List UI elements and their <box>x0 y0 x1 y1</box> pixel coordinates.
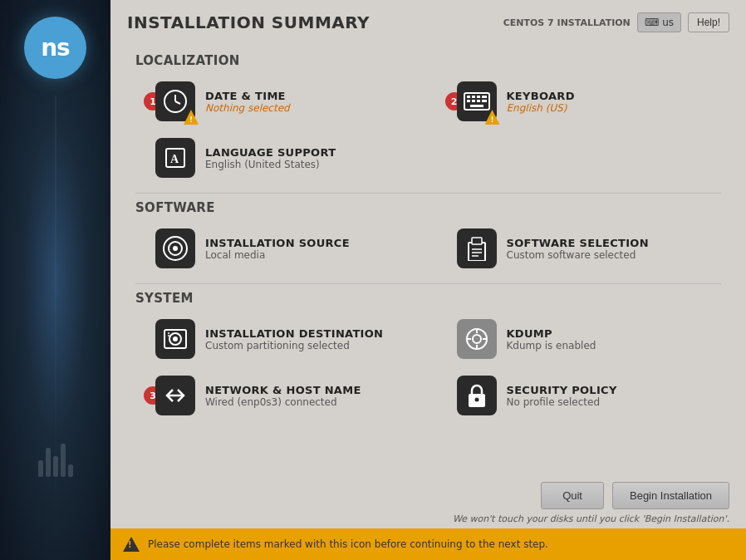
keyboard-icon: ⌨ <box>645 17 659 28</box>
header: INSTALLATION SUMMARY CENTOS 7 INSTALLATI… <box>110 0 746 41</box>
installation-source-icon <box>155 228 195 268</box>
date-time-item[interactable]: 1 DATE & TIME Nothin <box>135 75 420 128</box>
centos-label: CENTOS 7 INSTALLATION <box>503 17 631 28</box>
installation-source-text: INSTALLATION SOURCE Local media <box>205 237 412 261</box>
localization-divider <box>135 193 721 194</box>
sidebar-decoration <box>55 96 56 560</box>
keyboard-status: English (US) <box>507 102 714 114</box>
svg-point-29 <box>473 335 481 343</box>
warning-bar-text: Please complete items marked with this i… <box>148 538 548 550</box>
footer: Quit Begin Installation We won't touch y… <box>110 474 746 528</box>
footer-note: We won't touch your disks until you clic… <box>127 513 729 528</box>
svg-rect-11 <box>482 100 487 102</box>
network-hostname-item[interactable]: 3 NETWORK & HOST NAME Wired (enp0 <box>135 369 420 422</box>
keyboard-item[interactable]: 2 <box>437 75 722 128</box>
network-icon-wrap <box>155 376 195 415</box>
security-text: SECURITY POLICY No profile selected <box>507 384 714 408</box>
date-time-status: Nothing selected <box>205 102 412 114</box>
software-selection-status: Custom software selected <box>507 249 714 261</box>
software-selection-item[interactable]: SOFTWARE SELECTION Custom software selec… <box>437 222 722 275</box>
software-selection-icon-wrap <box>457 228 497 268</box>
installation-destination-icon-wrap <box>155 319 195 359</box>
installation-destination-icon <box>155 319 195 359</box>
software-selection-text: SOFTWARE SELECTION Custom software selec… <box>507 237 714 261</box>
installation-source-icon-wrap <box>155 228 195 268</box>
svg-rect-12 <box>470 105 483 107</box>
network-text: NETWORK & HOST NAME Wired (enp0s3) conne… <box>205 384 412 408</box>
kdump-text: KDUMP Kdump is enabled <box>507 327 714 351</box>
kdump-item[interactable]: KDUMP Kdump is enabled <box>437 312 722 366</box>
language-status: English (United States) <box>205 159 412 170</box>
installation-destination-label: INSTALLATION DESTINATION <box>205 327 412 340</box>
header-right: CENTOS 7 INSTALLATION ⌨ us Help! <box>503 12 729 32</box>
network-icon <box>155 376 195 415</box>
svg-rect-10 <box>477 100 480 102</box>
date-time-label: DATE & TIME <box>205 90 412 102</box>
installation-destination-status: Custom partitioning selected <box>205 340 412 351</box>
main-content: INSTALLATION SUMMARY CENTOS 7 INSTALLATI… <box>110 0 746 560</box>
svg-rect-5 <box>472 96 475 98</box>
svg-text:A: A <box>170 153 179 165</box>
language-label: LANGUAGE SUPPORT <box>205 146 412 159</box>
kdump-icon <box>457 319 497 359</box>
date-time-text: DATE & TIME Nothing selected <box>205 90 412 114</box>
language-icon-wrap: A <box>155 138 195 178</box>
quit-button[interactable]: Quit <box>541 482 604 509</box>
localization-items: 1 DATE & TIME Nothin <box>135 75 721 184</box>
language-text: LANGUAGE SUPPORT English (United States) <box>205 146 412 170</box>
svg-rect-6 <box>477 96 480 98</box>
kdump-icon-wrap <box>457 319 497 359</box>
svg-rect-18 <box>469 243 485 261</box>
svg-line-2 <box>175 101 180 104</box>
svg-rect-19 <box>472 238 482 244</box>
software-section-header: SOFTWARE <box>135 200 721 215</box>
footer-buttons: Quit Begin Installation <box>127 474 729 513</box>
security-policy-item[interactable]: SECURITY POLICY No profile selected <box>437 369 722 422</box>
localization-section-header: LOCALIZATION <box>135 53 721 68</box>
installation-source-item[interactable]: INSTALLATION SOURCE Local media <box>135 222 420 275</box>
svg-rect-9 <box>472 100 475 102</box>
language-icon: A <box>155 138 195 178</box>
installation-source-label: INSTALLATION SOURCE <box>205 237 412 249</box>
security-status: No profile selected <box>507 396 714 408</box>
svg-point-36 <box>474 398 479 402</box>
network-status: Wired (enp0s3) connected <box>205 396 412 408</box>
security-label: SECURITY POLICY <box>507 384 714 396</box>
installation-destination-text: INSTALLATION DESTINATION Custom partitio… <box>205 327 412 351</box>
svg-rect-7 <box>482 96 487 98</box>
keyboard-icon-wrap <box>457 81 497 121</box>
begin-installation-button[interactable]: Begin Installation <box>612 482 729 509</box>
sidebar-bars <box>38 444 73 477</box>
keyboard-text: KEYBOARD English (US) <box>507 90 714 114</box>
security-icon-wrap <box>457 376 497 415</box>
keyboard-layout-button[interactable]: ⌨ us <box>637 12 681 32</box>
system-section-header: SYSTEM <box>135 291 721 306</box>
software-divider <box>135 283 721 284</box>
sidebar: ns <box>0 0 110 560</box>
installation-source-status: Local media <box>205 249 412 261</box>
software-items: INSTALLATION SOURCE Local media <box>135 222 721 275</box>
svg-rect-4 <box>467 96 470 98</box>
content-area: LOCALIZATION 1 <box>110 41 746 474</box>
keyboard-label: KEYBOARD <box>507 90 714 102</box>
installation-destination-item[interactable]: INSTALLATION DESTINATION Custom partitio… <box>135 312 420 366</box>
warning-bar: ! Please complete items marked with this… <box>110 528 746 560</box>
network-label: NETWORK & HOST NAME <box>205 384 412 396</box>
kdump-status: Kdump is enabled <box>507 340 714 351</box>
system-items: INSTALLATION DESTINATION Custom partitio… <box>135 312 721 422</box>
date-time-icon-wrap <box>155 81 195 121</box>
keyboard-value: us <box>662 17 674 28</box>
svg-rect-8 <box>467 100 470 102</box>
security-icon <box>457 376 497 415</box>
software-selection-icon <box>457 228 497 268</box>
language-support-item[interactable]: A LANGUAGE SUPPORT English (United State… <box>135 131 420 184</box>
help-button[interactable]: Help! <box>688 12 729 32</box>
software-selection-label: SOFTWARE SELECTION <box>507 237 714 249</box>
page-title: INSTALLATION SUMMARY <box>127 12 370 32</box>
warning-bar-triangle: ! <box>123 537 140 552</box>
kdump-label: KDUMP <box>507 327 714 340</box>
svg-point-25 <box>173 336 178 341</box>
svg-point-17 <box>173 246 178 251</box>
app-logo: ns <box>24 17 86 79</box>
